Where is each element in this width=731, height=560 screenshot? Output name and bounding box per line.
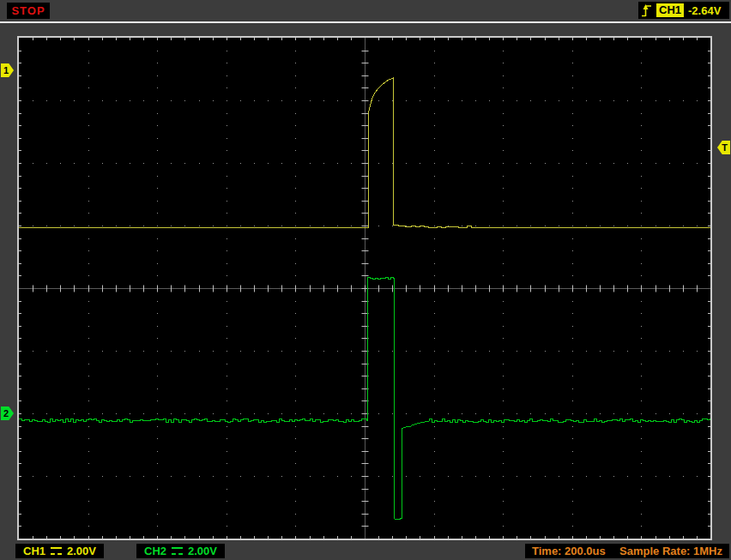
graticule (17, 36, 712, 540)
waveform-display (19, 38, 710, 539)
ch1-position-marker[interactable]: 1 (1, 63, 14, 77)
top-separator (0, 21, 731, 23)
ch2-label: CH2 (144, 545, 166, 557)
dc-coupling-icon (51, 547, 62, 555)
ch2-position-marker[interactable]: 2 (1, 406, 14, 420)
trigger-info[interactable]: CH1 -2.64V (638, 2, 729, 19)
ch2-settings[interactable]: CH2 2.00V (136, 544, 225, 558)
ch1-label: CH1 (23, 545, 45, 557)
trigger-level-marker[interactable]: T (717, 141, 730, 154)
top-bar: STOP CH1 -2.64V (0, 0, 731, 21)
dc-coupling-icon (172, 547, 183, 555)
oscilloscope-screen: STOP CH1 -2.64V 1 2 T CH1 2.00V CH2 2.00… (0, 0, 731, 560)
sample-rate-readout: Sample Rate: 1MHz (619, 545, 722, 557)
run-stop-status[interactable]: STOP (7, 3, 50, 19)
ch1-scale: 2.00V (67, 545, 96, 557)
trigger-level-readout: -2.64V (688, 4, 721, 17)
ch1-settings[interactable]: CH1 2.00V (15, 544, 104, 558)
timebase-info[interactable]: Time: 200.0us Sample Rate: 1MHz (525, 544, 729, 558)
ch2-scale: 2.00V (188, 545, 217, 557)
trigger-source-badge: CH1 (656, 3, 684, 17)
rising-edge-trigger-icon (642, 3, 652, 18)
timebase-readout: Time: 200.0us (532, 545, 606, 557)
